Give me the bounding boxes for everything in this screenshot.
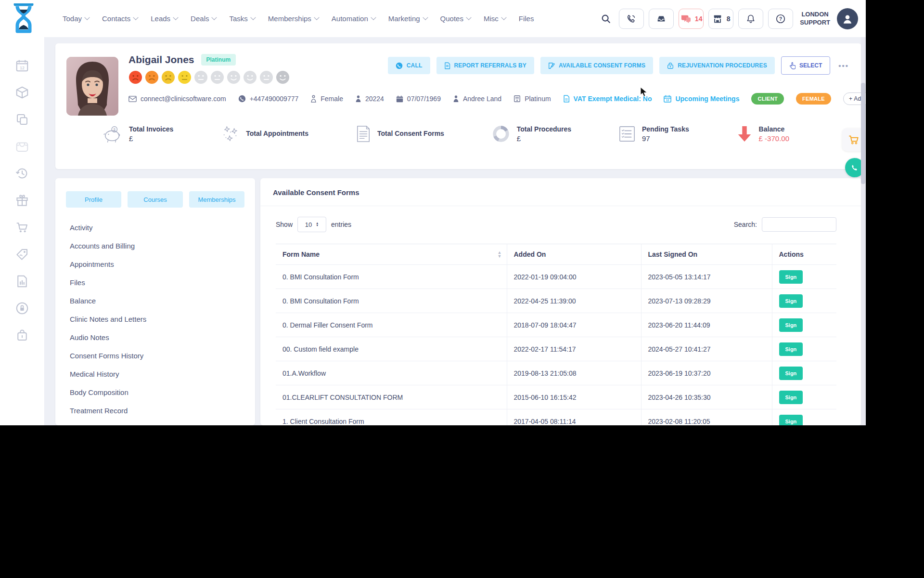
- cart-icon[interactable]: [15, 220, 29, 235]
- satisfaction-face-icon[interactable]: [161, 70, 175, 84]
- upcoming-meetings-link[interactable]: 12 Upcoming Meetings: [664, 95, 739, 103]
- form-name-cell: 01.A.Workflow: [276, 361, 507, 385]
- menu-item-body-composition[interactable]: Body Composition: [55, 383, 255, 401]
- inbox-button[interactable]: [649, 9, 674, 29]
- clinicsoftware-logo-icon[interactable]: [13, 3, 35, 34]
- lock-icon[interactable]: [15, 328, 29, 342]
- satisfaction-face-icon[interactable]: [243, 70, 257, 84]
- nav-tasks[interactable]: Tasks: [229, 14, 255, 23]
- table-search-input[interactable]: [762, 217, 836, 232]
- menu-item-recommended-products[interactable]: Recommended Products: [55, 420, 255, 425]
- menu-item-accounts-and-billing[interactable]: Accounts and Billing: [55, 236, 255, 255]
- nav-contacts[interactable]: Contacts: [102, 14, 138, 23]
- procedures-icon: [667, 62, 674, 69]
- nav-today[interactable]: Today: [63, 14, 89, 23]
- package-icon[interactable]: [15, 85, 29, 100]
- page-size-select[interactable]: 10 ▲▼: [297, 217, 326, 232]
- report-referrals-button[interactable]: REPORT REFERRALS BY: [436, 57, 534, 74]
- menu-item-audio-notes[interactable]: Audio Notes: [55, 328, 255, 346]
- nav-automation[interactable]: Automation: [332, 14, 375, 23]
- tag-icon[interactable]: [15, 247, 29, 262]
- satisfaction-face-icon[interactable]: [276, 70, 290, 84]
- messages-button[interactable]: 14: [679, 9, 704, 29]
- more-actions-button[interactable]: •••: [836, 62, 851, 70]
- client-photo[interactable]: [66, 57, 118, 116]
- nav-memberships[interactable]: Memberships: [268, 14, 319, 23]
- female-label-pill[interactable]: FEMALE: [796, 93, 831, 105]
- sign-button[interactable]: Sign: [779, 342, 803, 356]
- gift-icon[interactable]: [15, 193, 29, 208]
- sign-button[interactable]: Sign: [779, 367, 803, 380]
- upcoming-meetings-text: Upcoming Meetings: [675, 95, 739, 103]
- client-contact-row: connect@clinicsoftware.com +447490009777…: [128, 92, 852, 105]
- menu-item-files[interactable]: Files: [55, 273, 255, 291]
- sign-button[interactable]: Sign: [779, 415, 803, 426]
- sign-button[interactable]: Sign: [779, 391, 803, 404]
- menu-item-treatment-record[interactable]: Treatment Record: [55, 401, 255, 420]
- satisfaction-face-icon[interactable]: [128, 70, 142, 84]
- stat-total-consent-forms: Total Consent Forms: [356, 124, 444, 144]
- hand-pointer-icon: [789, 62, 796, 69]
- tab-memberships[interactable]: Memberships: [189, 191, 244, 208]
- rejuvenation-procedures-button[interactable]: REJUVENATION PROCEDURES: [659, 57, 775, 74]
- available-consent-forms-label: AVAILABLE CONSENT FORMS: [559, 62, 645, 69]
- nav-label: Files: [519, 14, 534, 23]
- menu-item-clinic-notes-and-letters[interactable]: Clinic Notes and Letters: [55, 310, 255, 328]
- sign-button[interactable]: Sign: [779, 294, 803, 308]
- search-label: Search:: [734, 221, 757, 228]
- available-consent-forms-button[interactable]: AVAILABLE CONSENT FORMS: [540, 57, 653, 74]
- menu-item-activity[interactable]: Activity: [55, 218, 255, 236]
- shop-button[interactable]: 8: [708, 9, 733, 29]
- history-icon[interactable]: [15, 166, 29, 181]
- menu-item-appointments[interactable]: Appointments: [55, 255, 255, 273]
- nav-misc[interactable]: Misc: [484, 14, 506, 23]
- scrollbar-thumb[interactable]: [861, 83, 865, 184]
- satisfaction-face-icon[interactable]: [227, 70, 241, 84]
- sign-button[interactable]: Sign: [779, 318, 803, 332]
- stat-value: £: [517, 134, 571, 143]
- search-button[interactable]: [598, 9, 614, 28]
- table-row: 00. Custom field example 2022-02-17 11:5…: [276, 337, 836, 361]
- nav-marketing[interactable]: Marketing: [388, 14, 427, 23]
- call-button[interactable]: CALL: [388, 57, 430, 74]
- tab-courses[interactable]: Courses: [128, 191, 183, 208]
- nav-deals[interactable]: Deals: [191, 14, 216, 23]
- chevron-down-icon: [173, 14, 178, 20]
- user-avatar[interactable]: [837, 8, 858, 29]
- vat-exempt-link[interactable]: VAT Exempt Medical: No: [563, 95, 652, 103]
- nav-label: Today: [63, 14, 82, 23]
- notifications-button[interactable]: [738, 9, 763, 29]
- stats-strip: $ Total Invoices£ Total Appointments Tot…: [55, 124, 861, 144]
- menu-item-medical-history[interactable]: Medical History: [55, 365, 255, 383]
- nav-leads[interactable]: Leads: [151, 14, 178, 23]
- report-icon[interactable]: [15, 274, 29, 289]
- help-button[interactable]: ?: [768, 9, 793, 29]
- person-id-icon: [355, 95, 361, 103]
- tab-profile[interactable]: Profile: [66, 191, 121, 208]
- client-email[interactable]: connect@clinicsoftware.com: [128, 95, 226, 103]
- last-signed-cell: 2023-05-05 13:14:17: [641, 265, 772, 289]
- user-security-icon[interactable]: [15, 301, 29, 315]
- satisfaction-face-icon[interactable]: [210, 70, 224, 84]
- client-label-pill[interactable]: CLIENT: [751, 93, 784, 105]
- client-phone[interactable]: +447490009777: [238, 95, 299, 103]
- nav-files[interactable]: Files: [519, 14, 534, 23]
- menu-item-consent-forms-history[interactable]: Consent Forms History: [55, 346, 255, 365]
- calendar-icon[interactable]: 12: [15, 58, 29, 73]
- select-button[interactable]: SELECT: [781, 56, 830, 75]
- satisfaction-face-icon[interactable]: [194, 70, 208, 84]
- shop-bag-icon[interactable]: [15, 139, 29, 154]
- dialer-button[interactable]: [619, 9, 644, 29]
- menu-item-balance[interactable]: Balance: [55, 291, 255, 310]
- column-header-last-signed-on[interactable]: Last Signed On: [641, 244, 772, 265]
- sign-button[interactable]: Sign: [779, 270, 803, 284]
- column-header-added-on[interactable]: Added On: [507, 244, 641, 265]
- satisfaction-face-icon[interactable]: [259, 70, 273, 84]
- consent-forms-panel: Available Consent Forms Show 10 ▲▼ entri…: [260, 178, 861, 425]
- client-address: Andree Land: [453, 95, 501, 103]
- satisfaction-face-icon[interactable]: [145, 70, 159, 84]
- column-header-form-name[interactable]: Form Name▲▼: [276, 244, 507, 265]
- satisfaction-face-icon[interactable]: [178, 70, 192, 84]
- nav-quotes[interactable]: Quotes: [440, 14, 471, 23]
- duplicate-icon[interactable]: [15, 112, 29, 127]
